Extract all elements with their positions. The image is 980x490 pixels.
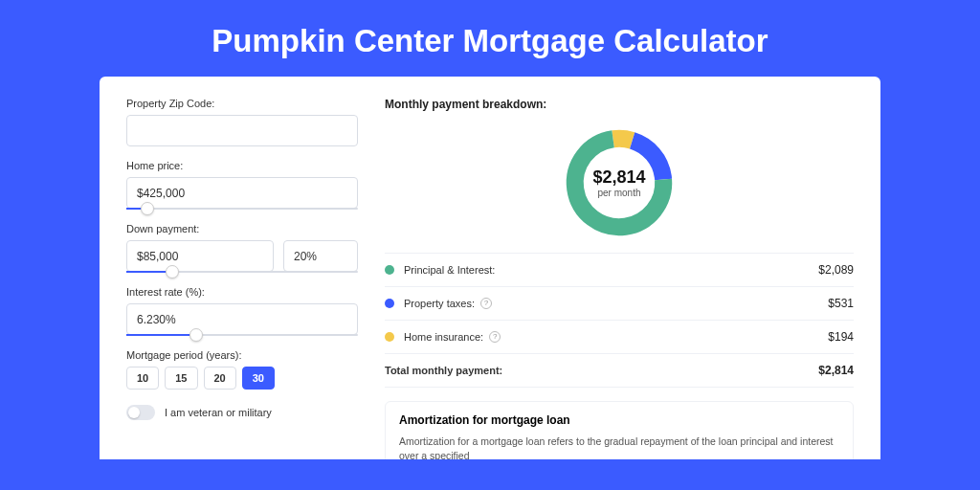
period-segment: 10152030: [126, 367, 358, 390]
zip-field: Property Zip Code:: [126, 98, 358, 146]
veteran-toggle[interactable]: [126, 405, 155, 420]
down-payment-label: Down payment:: [126, 223, 358, 234]
period-option-10[interactable]: 10: [126, 367, 159, 390]
zip-label: Property Zip Code:: [126, 98, 358, 109]
down-payment-field: Down payment:: [126, 223, 358, 273]
breakdown-row: Home insurance:?$194: [385, 321, 854, 354]
donut-center: $2,814 per month: [561, 124, 678, 241]
breakdown-value: $2,089: [818, 263, 854, 277]
amortization-title: Amortization for mortgage loan: [399, 413, 839, 427]
period-field: Mortgage period (years): 10152030: [126, 349, 358, 390]
veteran-label: I am veteran or military: [165, 407, 272, 418]
veteran-row: I am veteran or military: [126, 405, 358, 420]
calculator-card: Property Zip Code: Home price: Down paym…: [100, 77, 880, 459]
breakdown-value: $194: [828, 330, 854, 344]
period-option-30[interactable]: 30: [242, 367, 275, 390]
home-price-field: Home price:: [126, 160, 358, 210]
period-label: Mortgage period (years):: [126, 349, 358, 361]
donut-chart: $2,814 per month: [561, 124, 678, 241]
legend-swatch: [385, 332, 394, 342]
breakdown-label: Property taxes:: [404, 298, 475, 309]
veteran-toggle-knob: [128, 407, 140, 418]
donut-amount: $2,814: [592, 167, 645, 188]
page-title: Pumpkin Center Mortgage Calculator: [0, 0, 980, 77]
home-price-slider-thumb[interactable]: [141, 202, 154, 215]
donut-chart-wrap: $2,814 per month: [385, 121, 854, 253]
down-payment-slider-thumb[interactable]: [166, 265, 179, 278]
interest-slider-fill: [126, 334, 196, 336]
breakdown-row: Property taxes:?$531: [385, 287, 854, 321]
interest-label: Interest rate (%):: [126, 286, 358, 298]
breakdown-label: Home insurance:: [404, 331, 483, 343]
down-payment-slider[interactable]: [126, 271, 358, 273]
legend-swatch: [385, 265, 394, 275]
breakdown-list: Principal & Interest:$2,089Property taxe…: [385, 253, 854, 388]
period-option-20[interactable]: 20: [204, 367, 236, 390]
help-icon[interactable]: ?: [489, 331, 501, 343]
breakdown-total-label: Total monthly payment:: [385, 365, 502, 376]
interest-field: Interest rate (%):: [126, 286, 358, 336]
amortization-box: Amortization for mortgage loan Amortizat…: [385, 401, 854, 459]
period-option-15[interactable]: 15: [165, 367, 197, 390]
legend-swatch: [385, 299, 394, 308]
down-payment-input[interactable]: [126, 240, 274, 272]
amortization-text: Amortization for a mortgage loan refers …: [399, 434, 839, 459]
interest-input[interactable]: [126, 303, 358, 335]
home-price-input[interactable]: [126, 177, 358, 209]
interest-slider-thumb[interactable]: [189, 328, 203, 342]
interest-slider[interactable]: [126, 334, 358, 336]
home-price-label: Home price:: [126, 160, 358, 171]
breakdown-label: Principal & Interest:: [404, 264, 495, 276]
breakdown-panel: Monthly payment breakdown: $2,814 per mo…: [385, 98, 854, 459]
breakdown-total-row: Total monthly payment:$2,814: [385, 354, 854, 388]
breakdown-row: Principal & Interest:$2,089: [385, 254, 854, 287]
breakdown-value: $531: [828, 297, 854, 310]
help-icon[interactable]: ?: [480, 298, 492, 309]
zip-input[interactable]: [126, 115, 358, 146]
donut-sub: per month: [597, 188, 640, 198]
down-payment-pct-input[interactable]: [283, 240, 358, 272]
home-price-slider[interactable]: [126, 208, 358, 210]
breakdown-title: Monthly payment breakdown:: [385, 98, 854, 111]
breakdown-total-value: $2,814: [818, 364, 854, 377]
form-panel: Property Zip Code: Home price: Down paym…: [126, 98, 358, 459]
